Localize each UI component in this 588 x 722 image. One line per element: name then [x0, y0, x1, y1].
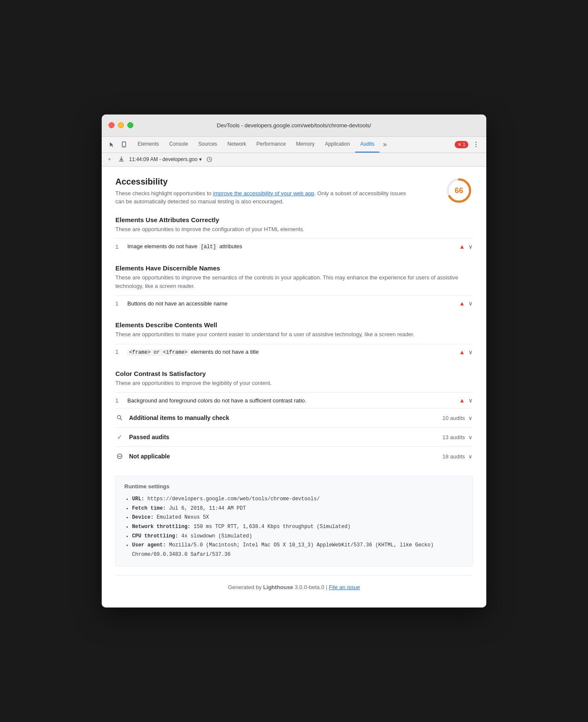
traffic-lights: [109, 122, 133, 128]
checkmark-icon: ✓: [115, 434, 124, 440]
summary-not-applicable[interactable]: Not applicable 18 audits ∨: [115, 446, 473, 466]
summary-label-passed: Passed audits: [129, 434, 437, 440]
mobile-icon[interactable]: [119, 139, 129, 150]
summary-label-manual: Additional items to manually check: [129, 414, 437, 421]
warning-icon: ▲: [459, 243, 465, 250]
cursor-icon[interactable]: [107, 139, 117, 150]
tab-memory[interactable]: Memory: [291, 137, 320, 153]
tab-console[interactable]: Console: [164, 137, 193, 153]
svg-point-3: [476, 144, 476, 145]
clock-icon[interactable]: [205, 155, 214, 164]
svg-point-2: [476, 142, 476, 143]
list-item: URL: https://developers.google.com/web/t…: [132, 495, 464, 504]
audit-number: 1: [115, 244, 122, 250]
summary-right-passed: 13 audits ∨: [442, 434, 473, 440]
footer: Generated by Lighthouse 3.0.0-beta.0 | F…: [115, 575, 473, 594]
group-desc-1: These are opportunities to improve the c…: [115, 225, 473, 234]
window-title: DevTools - developers.google.com/web/too…: [217, 122, 371, 129]
devtools-toolbar2: + 11:44:09 AM - developers.goo ▾: [102, 153, 486, 167]
titlebar: DevTools - developers.google.com/web/too…: [102, 114, 486, 137]
add-button[interactable]: +: [105, 155, 114, 164]
chevron-down-icon: ∨: [468, 415, 473, 421]
audit-label: Image elements do not have [alt] attribu…: [127, 243, 454, 250]
tab-performance[interactable]: Performance: [251, 137, 291, 153]
more-options-icon[interactable]: [471, 139, 481, 150]
list-item: Fetch time: Jul 6, 2018, 11:44 AM PDT: [132, 504, 464, 514]
error-x-icon: ✕: [458, 142, 462, 147]
file-issue-link[interactable]: File an issue: [329, 584, 360, 590]
tab-elements[interactable]: Elements: [132, 137, 164, 153]
group-title-2: Elements Have Discernible Names: [115, 264, 473, 272]
summary-right-manual: 10 audits ∨: [442, 415, 473, 421]
tab-overflow[interactable]: »: [379, 137, 390, 153]
list-item: Device: Emulated Nexus 5X: [132, 513, 464, 522]
group-elements-contents: Elements Describe Contents Well These ar…: [115, 321, 473, 360]
audit-item: 1 Buttons do not have an accessible name…: [115, 295, 473, 311]
summary-manual-check[interactable]: Additional items to manually check 10 au…: [115, 408, 473, 427]
section-title: Accessibility: [115, 177, 406, 187]
chevron-down-icon[interactable]: ∨: [468, 397, 473, 404]
summary-right-na: 18 audits ∨: [442, 453, 473, 460]
toolbar-right: ✕ 1: [455, 139, 485, 150]
error-badge: ✕ 1: [455, 141, 468, 148]
chevron-down-icon[interactable]: ∨: [468, 300, 473, 307]
tab-network[interactable]: Network: [222, 137, 251, 153]
list-item: CPU throttling: 4x slowdown (Simulated): [132, 532, 464, 541]
group-title-4: Color Contrast Is Satisfactory: [115, 370, 473, 377]
warning-icon: ▲: [459, 397, 465, 404]
group-elements-attributes: Elements Use Attributes Correctly These …: [115, 216, 473, 255]
audit-right: ▲ ∨: [459, 349, 473, 355]
score-number: 66: [455, 186, 463, 195]
audit-label: <frame> or <iframe> elements do not have…: [127, 349, 454, 355]
summary-passed-audits[interactable]: ✓ Passed audits 13 audits ∨: [115, 427, 473, 446]
group-title-1: Elements Use Attributes Correctly: [115, 216, 473, 223]
search-icon: [115, 415, 124, 421]
toolbar-icons: [103, 139, 132, 150]
list-item: Network throttling: 150 ms TCP RTT, 1,63…: [132, 522, 464, 532]
audit-label: Background and foreground colors do not …: [127, 397, 454, 404]
accessibility-link[interactable]: improve the accessibility of your web ap…: [213, 190, 314, 197]
lighthouse-name: Lighthouse: [263, 584, 293, 590]
runtime-settings-box: Runtime settings URL: https://developers…: [115, 476, 473, 566]
audit-number: 1: [115, 300, 122, 307]
tab-sources[interactable]: Sources: [193, 137, 222, 153]
download-icon[interactable]: [117, 155, 126, 164]
audit-number: 1: [115, 397, 122, 404]
section-description: These checks highlight opportunities to …: [115, 189, 406, 206]
maximize-button[interactable]: [127, 122, 133, 128]
summary-label-na: Not applicable: [129, 453, 437, 460]
group-title-3: Elements Describe Contents Well: [115, 321, 473, 329]
audit-right: ▲ ∨: [459, 243, 473, 250]
close-button[interactable]: [109, 122, 115, 128]
chevron-down-icon[interactable]: ∨: [468, 243, 473, 250]
score-circle: 66: [445, 177, 473, 204]
minimize-button[interactable]: [118, 122, 124, 128]
svg-point-1: [123, 146, 124, 147]
group-desc-3: These are opportunities to make your con…: [115, 330, 473, 339]
runtime-settings-list: URL: https://developers.google.com/web/t…: [124, 495, 464, 559]
devtools-toolbar: Elements Console Sources Network Perform…: [102, 137, 486, 153]
chevron-down-icon: ∨: [468, 453, 473, 460]
audit-item: 1 Background and foreground colors do no…: [115, 392, 473, 408]
section-header: Accessibility These checks highlight opp…: [115, 177, 473, 206]
audit-number: 1: [115, 349, 122, 355]
runtime-settings-title: Runtime settings: [124, 483, 464, 490]
toolbar2-timestamp: 11:44:09 AM - developers.goo ▾: [129, 156, 202, 162]
group-color-contrast: Color Contrast Is Satisfactory These are…: [115, 370, 473, 408]
audit-label: Buttons do not have an accessible name: [127, 300, 454, 307]
warning-icon: ▲: [459, 349, 465, 355]
tab-application[interactable]: Application: [320, 137, 355, 153]
audit-item: 1 <frame> or <iframe> elements do not ha…: [115, 344, 473, 360]
audit-right: ▲ ∨: [459, 397, 473, 404]
tabs-container: Elements Console Sources Network Perform…: [132, 137, 390, 153]
section-left: Accessibility These checks highlight opp…: [115, 177, 406, 206]
group-desc-4: These are opportunities to improve the l…: [115, 379, 473, 387]
audit-right: ▲ ∨: [459, 300, 473, 307]
warning-icon: ▲: [459, 300, 465, 307]
audit-item: 1 Image elements do not have [alt] attri…: [115, 238, 473, 254]
chevron-down-icon[interactable]: ∨: [468, 349, 473, 355]
main-content: Accessibility These checks highlight opp…: [102, 167, 486, 608]
list-item: User agent: Mozilla/5.0 (Macintosh; Inte…: [132, 541, 464, 559]
tab-audits[interactable]: Audits: [355, 137, 379, 153]
svg-point-4: [476, 146, 476, 147]
